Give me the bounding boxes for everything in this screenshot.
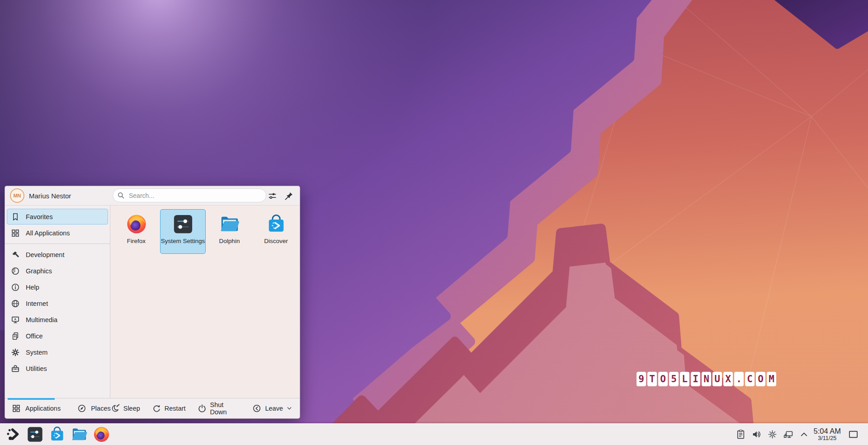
shutdown-icon — [198, 404, 207, 413]
taskbar-app-system-settings[interactable] — [26, 426, 44, 444]
launcher-footer: ApplicationsPlaces SleepRestartShut Down… — [5, 398, 300, 418]
sidebar-item-label: Favorites — [26, 213, 53, 220]
system-settings-icon — [173, 214, 193, 234]
chevron-up-icon — [799, 429, 809, 440]
watermark-letter: 9 — [637, 372, 646, 386]
app-tile-label: Dolphin — [219, 238, 240, 244]
launcher-body: FavoritesAll ApplicationsDevelopmentGrap… — [5, 206, 300, 398]
sleep-icon — [111, 404, 120, 413]
clock-time: 5:04 AM — [813, 427, 841, 436]
active-tab-indicator — [8, 398, 55, 400]
app-tile-label: Discover — [264, 238, 288, 244]
sidebar-item-label: All Applications — [26, 230, 70, 237]
sleep-button[interactable]: Sleep — [111, 404, 140, 413]
shut-down-button[interactable]: Shut Down — [198, 401, 241, 416]
watermark-letter: C — [745, 372, 755, 386]
pin-icon — [284, 191, 293, 201]
watermark-letter: O — [756, 372, 765, 386]
taskbar-app-discover[interactable] — [48, 426, 66, 444]
restart-icon — [152, 404, 161, 413]
search-icon — [117, 192, 125, 199]
search-input[interactable] — [128, 192, 262, 200]
session-button-label: Sleep — [123, 405, 140, 412]
watermark-9to5linux: 9TO5LINUX.COM — [637, 372, 776, 386]
sidebar-item-label: System — [26, 349, 47, 356]
sidebar-item-label: Multimedia — [26, 316, 57, 323]
task-manager — [26, 426, 110, 444]
sidebar-item-label: Internet — [26, 300, 48, 307]
sidebar-item-multimedia[interactable]: Multimedia — [7, 312, 108, 328]
watermark-letter: L — [680, 372, 689, 386]
tray-network-button[interactable] — [783, 429, 793, 440]
user-avatar[interactable]: MN — [10, 188, 24, 203]
digital-clock[interactable]: 5:04 AM 3/11/25 — [813, 427, 841, 441]
app-tile-dolphin[interactable]: Dolphin — [207, 209, 252, 254]
user-name: Marius Nestor — [29, 192, 71, 200]
tray-clipboard-button[interactable] — [736, 429, 746, 440]
toolbox-icon — [11, 364, 20, 373]
configure-button[interactable] — [267, 190, 278, 201]
help-icon — [11, 283, 20, 292]
volume-icon — [751, 429, 762, 440]
session-buttons: SleepRestartShut DownLeave — [111, 401, 300, 416]
watermark-letter: I — [691, 372, 700, 386]
watermark-letter: 5 — [669, 372, 679, 386]
watermark-letter: O — [658, 372, 668, 386]
compass-icon — [77, 404, 86, 413]
app-tile-system-settings[interactable]: System Settings — [160, 209, 206, 254]
sidebar-item-development[interactable]: Development — [7, 247, 108, 262]
tab-label: Places — [91, 405, 111, 412]
app-tile-firefox[interactable]: Firefox — [113, 209, 159, 254]
app-tile-label: Firefox — [127, 238, 146, 244]
sidebar-item-utilities[interactable]: Utilities — [7, 361, 108, 376]
taskbar-app-firefox[interactable] — [92, 426, 110, 444]
network-icon — [783, 429, 793, 440]
sidebar-item-help[interactable]: Help — [7, 279, 108, 295]
multimedia-icon — [11, 315, 20, 324]
watermark-letter: N — [702, 372, 711, 386]
sidebar-item-all-applications[interactable]: All Applications — [7, 225, 108, 241]
search-box — [113, 188, 266, 202]
sidebar-item-label: Development — [26, 251, 64, 258]
session-button-label: Restart — [165, 405, 186, 412]
sidebar-item-label: Help — [26, 284, 39, 291]
session-button-label: Shut Down — [210, 401, 241, 416]
taskbar-app-dolphin[interactable] — [70, 426, 88, 444]
sidebar-item-label: Utilities — [26, 365, 47, 372]
sidebar-item-office[interactable]: Office — [7, 328, 108, 344]
sidebar-item-favorites[interactable]: Favorites — [7, 209, 108, 225]
app-tile-discover[interactable]: Discover — [253, 209, 299, 254]
watermark-letter: T — [647, 372, 657, 386]
sidebar-item-system[interactable]: System — [7, 344, 108, 360]
leave-button[interactable]: Leave — [252, 404, 293, 413]
launcher-sidebar: FavoritesAll ApplicationsDevelopmentGrap… — [5, 206, 110, 398]
launcher-header-actions — [267, 186, 294, 205]
taskbar-left — [4, 426, 110, 444]
tab-applications[interactable]: Applications — [12, 404, 61, 413]
launcher-header: MN Marius Nestor — [5, 186, 300, 206]
tab-places[interactable]: Places — [77, 404, 111, 413]
sidebar-item-graphics[interactable]: Graphics — [7, 263, 108, 279]
chevron-down-icon — [286, 405, 293, 412]
sidebar-item-internet[interactable]: Internet — [7, 295, 108, 311]
configure-icon — [268, 191, 277, 201]
globe-icon — [11, 299, 20, 308]
tray-volume-button[interactable] — [751, 429, 762, 440]
tab-label: Applications — [25, 405, 61, 412]
firefox-icon — [126, 214, 147, 234]
gear-icon — [11, 348, 20, 357]
sidebar-item-label: Office — [26, 333, 43, 340]
application-launcher-button[interactable] — [4, 426, 22, 444]
all-apps-grid-icon — [12, 404, 21, 413]
all-apps-grid-icon — [11, 229, 20, 238]
dolphin-icon — [219, 214, 240, 234]
pin-button[interactable] — [283, 190, 294, 201]
restart-button[interactable]: Restart — [152, 404, 186, 413]
tray-brightness-button[interactable] — [767, 429, 778, 440]
show-desktop-button[interactable] — [848, 429, 859, 440]
tray-expand-tray-button[interactable] — [799, 429, 809, 440]
footer-tabs: ApplicationsPlaces — [5, 404, 111, 413]
watermark-letter: M — [767, 372, 776, 386]
clipboard-icon — [736, 429, 746, 440]
watermark-letter: X — [723, 372, 733, 386]
